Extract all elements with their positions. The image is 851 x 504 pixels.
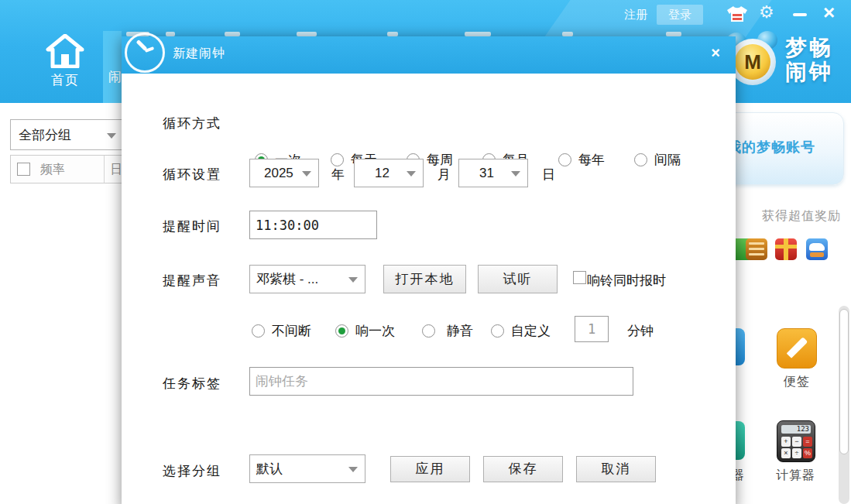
tab-home-label: 首页 (31, 71, 99, 89)
chime-label: 响铃同时报时 (587, 272, 666, 290)
settings-gear-icon[interactable]: ⚙ (759, 2, 774, 22)
radio-dot (558, 153, 571, 166)
group-filter-dropdown[interactable]: 全部分组 (10, 119, 126, 150)
column-divider (104, 156, 105, 183)
new-alarm-dialog: 新建闹钟 × 循环方式 一次 每天 每周 每月 每年 (122, 36, 736, 504)
calc-key: − (792, 437, 801, 447)
radio-dot (335, 324, 348, 338)
dialog-titlebar[interactable]: 新建闹钟 × (122, 36, 736, 74)
radio-interval[interactable]: 间隔 (634, 151, 681, 169)
dialog-title: 新建闹钟 (173, 36, 225, 74)
year-unit: 年 (331, 166, 345, 183)
chevron-down-icon (107, 133, 116, 139)
year-value: 2025 (264, 166, 293, 180)
tab-home[interactable]: 首页 (31, 34, 99, 101)
open-local-button[interactable]: 打开本地 (383, 265, 466, 293)
radio-label: 响一次 (355, 322, 395, 340)
radio-dot (422, 324, 435, 338)
reward-gift-icon[interactable] (775, 238, 797, 260)
reminder-sound-label: 提醒声音 (163, 272, 221, 290)
radio-yearly[interactable]: 每年 (558, 151, 605, 169)
calculator-label: 计算器 (776, 468, 815, 484)
alarm-list-header: 频率 日 (10, 155, 134, 183)
select-group-label: 选择分组 (163, 462, 221, 480)
day-value: 31 (479, 166, 494, 180)
calculator-keys: + − = × ÷ % (781, 437, 812, 458)
chevron-down-icon (348, 277, 358, 283)
app-window: 注册 登录 ⚙ × 首页 闹 (0, 0, 851, 504)
calculator-icon[interactable]: 123 + − = × ÷ % (777, 420, 815, 462)
logo-monogram: M (735, 44, 770, 80)
calc-key: % (803, 448, 812, 458)
home-house-icon (46, 34, 84, 68)
calc-key: ÷ (792, 448, 801, 458)
group-value: 默认 (256, 461, 283, 476)
radio-label: 不间断 (272, 322, 311, 340)
apply-button[interactable]: 应用 (390, 456, 470, 482)
chevron-down-icon (407, 171, 416, 177)
radio-dot (634, 153, 647, 166)
minutes-unit: 分钟 (627, 322, 654, 340)
radio-ring-once[interactable]: 响一次 (335, 322, 395, 340)
skin-theme-icon[interactable] (726, 5, 748, 22)
task-label-label: 任务标签 (163, 375, 221, 393)
radio-mute[interactable]: 静音 (422, 322, 473, 340)
radio-dot (331, 153, 344, 166)
select-all-checkbox[interactable] (17, 163, 30, 176)
account-banner-label: 我的梦畅账号 (727, 138, 815, 156)
sticky-note-icon[interactable] (777, 328, 817, 369)
logo-line2: 闹钟 (785, 60, 833, 84)
reminder-time-input[interactable] (249, 211, 377, 239)
tab-alarm-list-partial[interactable]: 闹 (103, 31, 122, 103)
chevron-down-icon (348, 467, 358, 472)
radio-label: 自定义 (511, 322, 551, 340)
column-frequency: 频率 (40, 162, 65, 178)
month-value: 12 (375, 166, 389, 180)
custom-minutes-input[interactable] (575, 316, 609, 342)
register-link[interactable]: 注册 (618, 5, 654, 25)
group-dropdown[interactable]: 默认 (249, 454, 365, 483)
logo-line1: 梦畅 (785, 36, 833, 60)
radio-nonstop[interactable]: 不间断 (252, 322, 311, 340)
dialog-clock-icon (125, 33, 170, 77)
radio-label: 每年 (578, 151, 605, 169)
calculator-display: 123 (781, 425, 811, 434)
chevron-down-icon (511, 171, 520, 177)
sound-dropdown[interactable]: 邓紫棋 - ... (249, 265, 365, 293)
day-unit: 日 (542, 166, 555, 183)
reward-car-icon[interactable] (806, 238, 828, 260)
window-close-icon[interactable]: × (823, 2, 835, 23)
radio-dot (491, 324, 504, 338)
pencil-icon (787, 337, 808, 358)
chime-checkbox[interactable] (573, 271, 586, 284)
minimize-icon[interactable] (793, 13, 807, 16)
sound-value: 邓紫棋 - ... (256, 272, 318, 286)
calc-key: + (781, 437, 791, 447)
column-date-partial: 日 (110, 162, 122, 178)
year-dropdown[interactable]: 2025 (249, 159, 319, 187)
repeat-settings-label: 循环设置 (163, 166, 221, 183)
radio-label: 静音 (447, 322, 473, 340)
calc-key: = (803, 437, 812, 447)
month-dropdown[interactable]: 12 (354, 159, 424, 187)
preview-button[interactable]: 试听 (478, 265, 558, 293)
reward-lottery-icon[interactable] (746, 238, 767, 260)
app-logo-text: 梦畅 闹钟 (785, 36, 833, 84)
cancel-button[interactable]: 取消 (576, 456, 656, 482)
save-button[interactable]: 保存 (483, 456, 563, 482)
day-dropdown[interactable]: 31 (458, 159, 528, 187)
month-unit: 月 (438, 166, 451, 183)
group-filter-value: 全部分组 (19, 128, 71, 142)
rewards-title: 获得超值奖励 (762, 208, 841, 225)
login-link[interactable]: 登录 (657, 5, 703, 25)
dialog-close-icon[interactable]: × (711, 44, 720, 62)
chevron-down-icon (302, 171, 311, 177)
calc-key: × (781, 448, 791, 458)
radio-label: 间隔 (654, 151, 681, 169)
tab-alarm-partial-label: 闹 (108, 68, 122, 86)
task-label-input[interactable] (249, 367, 633, 396)
scrollbar-thumb[interactable] (839, 309, 849, 454)
radio-custom[interactable]: 自定义 (491, 322, 551, 340)
sticky-note-label: 便签 (784, 374, 810, 390)
radio-dot (252, 324, 265, 338)
